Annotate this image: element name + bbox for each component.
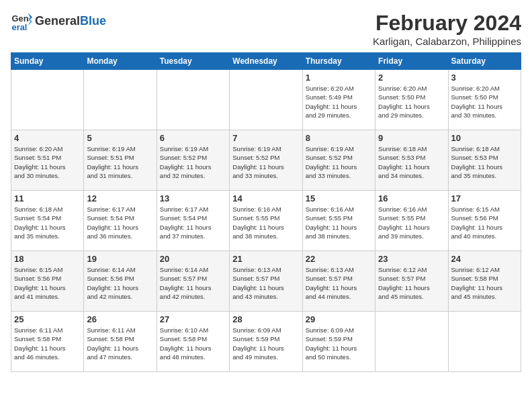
day-info: Sunrise: 6:15 AM Sunset: 5:56 PM Dayligh… xyxy=(451,205,518,240)
day-number: 10 xyxy=(451,133,518,143)
day-number: 26 xyxy=(87,314,153,324)
day-number: 5 xyxy=(87,133,153,143)
day-number: 20 xyxy=(160,254,226,264)
calendar-cell: 7Sunrise: 6:19 AM Sunset: 5:52 PM Daylig… xyxy=(230,130,302,191)
day-number: 11 xyxy=(14,193,81,203)
calendar-header-row: SundayMondayTuesdayWednesdayThursdayFrid… xyxy=(11,53,521,70)
calendar-cell: 28Sunrise: 6:09 AM Sunset: 5:59 PM Dayli… xyxy=(230,312,302,372)
day-number: 28 xyxy=(232,314,299,324)
day-header-monday: Monday xyxy=(84,53,157,70)
day-info: Sunrise: 6:17 AM Sunset: 5:54 PM Dayligh… xyxy=(160,205,226,240)
day-info: Sunrise: 6:10 AM Sunset: 5:58 PM Dayligh… xyxy=(160,326,226,361)
day-info: Sunrise: 6:20 AM Sunset: 5:50 PM Dayligh… xyxy=(378,84,445,120)
day-number: 9 xyxy=(378,133,445,143)
day-info: Sunrise: 6:18 AM Sunset: 5:53 PM Dayligh… xyxy=(378,144,445,180)
calendar-cell: 22Sunrise: 6:13 AM Sunset: 5:57 PM Dayli… xyxy=(302,251,375,312)
page-header: Gen eral GeneralBlue February 2024 Karli… xyxy=(11,11,521,47)
day-info: Sunrise: 6:20 AM Sunset: 5:50 PM Dayligh… xyxy=(451,84,518,120)
day-header-thursday: Thursday xyxy=(302,53,375,70)
calendar-cell: 4Sunrise: 6:20 AM Sunset: 5:51 PM Daylig… xyxy=(11,130,84,191)
calendar-cell: 29Sunrise: 6:09 AM Sunset: 5:59 PM Dayli… xyxy=(302,312,375,372)
day-number: 14 xyxy=(232,193,299,203)
day-header-wednesday: Wednesday xyxy=(230,53,302,70)
day-number: 18 xyxy=(14,254,81,264)
calendar-cell xyxy=(448,312,521,372)
day-number: 27 xyxy=(160,314,226,324)
day-info: Sunrise: 6:16 AM Sunset: 5:55 PM Dayligh… xyxy=(306,205,372,240)
calendar-cell: 5Sunrise: 6:19 AM Sunset: 5:51 PM Daylig… xyxy=(84,130,157,191)
calendar-cell: 18Sunrise: 6:15 AM Sunset: 5:56 PM Dayli… xyxy=(11,251,84,312)
calendar-cell xyxy=(230,70,302,130)
day-info: Sunrise: 6:12 AM Sunset: 5:58 PM Dayligh… xyxy=(451,265,518,301)
month-year-title: February 2024 xyxy=(373,11,521,36)
day-info: Sunrise: 6:12 AM Sunset: 5:57 PM Dayligh… xyxy=(378,265,445,301)
title-block: February 2024 Karligan, Calabarzon, Phil… xyxy=(373,11,521,47)
day-number: 12 xyxy=(87,193,153,203)
day-info: Sunrise: 6:13 AM Sunset: 5:57 PM Dayligh… xyxy=(306,265,372,301)
day-info: Sunrise: 6:09 AM Sunset: 5:59 PM Dayligh… xyxy=(306,326,372,361)
calendar-cell xyxy=(157,70,229,130)
day-number: 7 xyxy=(232,133,299,143)
calendar-cell xyxy=(375,312,448,372)
day-header-tuesday: Tuesday xyxy=(157,53,229,70)
day-number: 6 xyxy=(160,133,226,143)
calendar-cell: 23Sunrise: 6:12 AM Sunset: 5:57 PM Dayli… xyxy=(375,251,448,312)
logo-text: GeneralBlue xyxy=(35,15,106,28)
calendar-cell: 14Sunrise: 6:16 AM Sunset: 5:55 PM Dayli… xyxy=(230,191,302,251)
day-info: Sunrise: 6:16 AM Sunset: 5:55 PM Dayligh… xyxy=(378,205,445,240)
day-info: Sunrise: 6:16 AM Sunset: 5:55 PM Dayligh… xyxy=(232,205,299,240)
day-info: Sunrise: 6:19 AM Sunset: 5:52 PM Dayligh… xyxy=(160,144,226,180)
location-subtitle: Karligan, Calabarzon, Philippines xyxy=(373,36,521,47)
calendar-cell: 15Sunrise: 6:16 AM Sunset: 5:55 PM Dayli… xyxy=(302,191,375,251)
calendar-cell: 1Sunrise: 6:20 AM Sunset: 5:49 PM Daylig… xyxy=(302,70,375,130)
calendar-cell: 11Sunrise: 6:18 AM Sunset: 5:54 PM Dayli… xyxy=(11,191,84,251)
calendar-cell: 16Sunrise: 6:16 AM Sunset: 5:55 PM Dayli… xyxy=(375,191,448,251)
day-info: Sunrise: 6:17 AM Sunset: 5:54 PM Dayligh… xyxy=(87,205,153,240)
calendar-cell: 26Sunrise: 6:11 AM Sunset: 5:58 PM Dayli… xyxy=(84,312,157,372)
calendar-cell: 24Sunrise: 6:12 AM Sunset: 5:58 PM Dayli… xyxy=(448,251,521,312)
day-info: Sunrise: 6:13 AM Sunset: 5:57 PM Dayligh… xyxy=(232,265,299,301)
calendar-cell: 10Sunrise: 6:18 AM Sunset: 5:53 PM Dayli… xyxy=(448,130,521,191)
calendar-week-1: 1Sunrise: 6:20 AM Sunset: 5:49 PM Daylig… xyxy=(11,70,521,130)
day-number: 22 xyxy=(306,254,372,264)
day-header-saturday: Saturday xyxy=(448,53,521,70)
day-info: Sunrise: 6:15 AM Sunset: 5:56 PM Dayligh… xyxy=(14,265,81,301)
calendar-table: SundayMondayTuesdayWednesdayThursdayFrid… xyxy=(11,52,521,372)
day-number: 4 xyxy=(14,133,81,143)
day-number: 21 xyxy=(232,254,299,264)
day-number: 1 xyxy=(306,73,372,83)
day-number: 13 xyxy=(160,193,226,203)
day-number: 3 xyxy=(451,73,518,83)
calendar-cell xyxy=(11,70,84,130)
day-number: 16 xyxy=(378,193,445,203)
day-header-sunday: Sunday xyxy=(11,53,84,70)
calendar-week-3: 11Sunrise: 6:18 AM Sunset: 5:54 PM Dayli… xyxy=(11,191,521,251)
day-number: 19 xyxy=(87,254,153,264)
calendar-cell: 3Sunrise: 6:20 AM Sunset: 5:50 PM Daylig… xyxy=(448,70,521,130)
day-info: Sunrise: 6:11 AM Sunset: 5:58 PM Dayligh… xyxy=(87,326,153,361)
logo: Gen eral GeneralBlue xyxy=(11,11,106,32)
day-number: 29 xyxy=(306,314,372,324)
day-number: 24 xyxy=(451,254,518,264)
calendar-week-4: 18Sunrise: 6:15 AM Sunset: 5:56 PM Dayli… xyxy=(11,251,521,312)
calendar-cell: 8Sunrise: 6:19 AM Sunset: 5:52 PM Daylig… xyxy=(302,130,375,191)
calendar-week-5: 25Sunrise: 6:11 AM Sunset: 5:58 PM Dayli… xyxy=(11,312,521,372)
day-info: Sunrise: 6:19 AM Sunset: 5:51 PM Dayligh… xyxy=(87,144,153,180)
day-info: Sunrise: 6:09 AM Sunset: 5:59 PM Dayligh… xyxy=(232,326,299,361)
calendar-cell: 19Sunrise: 6:14 AM Sunset: 5:56 PM Dayli… xyxy=(84,251,157,312)
calendar-cell: 13Sunrise: 6:17 AM Sunset: 5:54 PM Dayli… xyxy=(157,191,229,251)
calendar-cell: 21Sunrise: 6:13 AM Sunset: 5:57 PM Dayli… xyxy=(230,251,302,312)
day-info: Sunrise: 6:19 AM Sunset: 5:52 PM Dayligh… xyxy=(232,144,299,180)
calendar-cell: 27Sunrise: 6:10 AM Sunset: 5:58 PM Dayli… xyxy=(157,312,229,372)
day-info: Sunrise: 6:18 AM Sunset: 5:54 PM Dayligh… xyxy=(14,205,81,240)
day-number: 25 xyxy=(14,314,81,324)
day-info: Sunrise: 6:14 AM Sunset: 5:56 PM Dayligh… xyxy=(87,265,153,301)
svg-text:eral: eral xyxy=(12,22,28,32)
calendar-cell: 17Sunrise: 6:15 AM Sunset: 5:56 PM Dayli… xyxy=(448,191,521,251)
day-info: Sunrise: 6:18 AM Sunset: 5:53 PM Dayligh… xyxy=(451,144,518,180)
calendar-cell: 25Sunrise: 6:11 AM Sunset: 5:58 PM Dayli… xyxy=(11,312,84,372)
day-number: 15 xyxy=(306,193,372,203)
day-info: Sunrise: 6:20 AM Sunset: 5:51 PM Dayligh… xyxy=(14,144,81,180)
day-number: 23 xyxy=(378,254,445,264)
calendar-cell: 2Sunrise: 6:20 AM Sunset: 5:50 PM Daylig… xyxy=(375,70,448,130)
